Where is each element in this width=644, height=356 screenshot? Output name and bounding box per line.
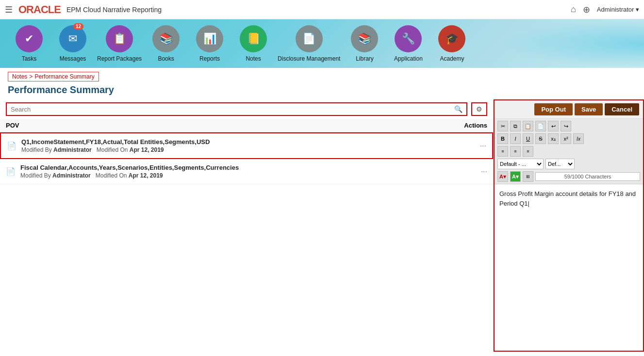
note-row-1[interactable]: 📄 Q1,IncomeStatement,FY18,Actual,Total E… bbox=[0, 132, 493, 159]
nav-item-books[interactable]: 📚 Books bbox=[147, 25, 185, 62]
col-pov: POV bbox=[6, 122, 19, 129]
academy-icon: 🎓 bbox=[438, 25, 465, 52]
library-icon: 📚 bbox=[351, 25, 378, 52]
search-icon[interactable]: 🔍 bbox=[454, 105, 462, 113]
nav-item-messages[interactable]: ✉ 12 Messages bbox=[53, 25, 92, 62]
paste-text-button[interactable]: 📄 bbox=[535, 121, 546, 131]
superscript-button[interactable]: x² bbox=[561, 133, 571, 144]
nav-item-application[interactable]: 🔧 Application bbox=[389, 25, 428, 62]
toolbar-row-1: ✂ ⧉ 📋 📄 ↩ ↪ bbox=[497, 121, 640, 131]
cut-button[interactable]: ✂ bbox=[497, 121, 508, 131]
app-title: EPM Cloud Narrative Reporting bbox=[66, 6, 162, 14]
hamburger-icon[interactable]: ☰ bbox=[5, 4, 13, 15]
nav-label-library: Library bbox=[356, 55, 374, 62]
note-row-2[interactable]: 📄 Fiscal Calendar,Accounts,Years,Scenari… bbox=[0, 159, 493, 184]
strikethrough-button[interactable]: S bbox=[535, 133, 546, 144]
size-select[interactable]: Def... bbox=[545, 159, 575, 169]
main-content: 🔍 ⚙ POV Actions 📄 Q1,IncomeStatement,FY1… bbox=[0, 99, 644, 352]
right-panel: Pop Out Save Cancel ✂ ⧉ 📋 📄 ↩ ↪ B I U S … bbox=[494, 99, 644, 352]
align-center-button[interactable]: ≡ bbox=[510, 146, 521, 157]
note-row-1-actions[interactable]: ··· bbox=[480, 142, 486, 150]
breadcrumb: Notes > Performance Summary bbox=[8, 72, 99, 81]
undo-button[interactable]: ↩ bbox=[548, 121, 559, 131]
nav-label-application: Application bbox=[394, 55, 423, 62]
tasks-icon: ✔ bbox=[16, 25, 43, 52]
editor-content[interactable]: Gross Profit Margin account details for … bbox=[495, 184, 643, 351]
toolbar-row-4: Default - ... Def... bbox=[497, 159, 640, 169]
nav-header: ✔ Tasks ✉ 12 Messages 📋 Report Packages … bbox=[0, 19, 644, 68]
note-row-2-title: Fiscal Calendar,Accounts,Years,Scenarios… bbox=[20, 164, 476, 171]
table-button[interactable]: ⊞ bbox=[523, 171, 533, 182]
paste-button[interactable]: 📋 bbox=[523, 121, 533, 131]
nav-item-disclosure[interactable]: 📄 Disclosure Management bbox=[278, 25, 340, 62]
breadcrumb-current: Performance Summary bbox=[34, 73, 94, 80]
report-packages-icon: 📋 bbox=[106, 25, 133, 52]
note-row-1-meta: Modified By Administrator Modified On Ap… bbox=[21, 146, 475, 153]
top-bar-right: ⌂ ⊕ Administrator ▾ bbox=[571, 4, 639, 15]
style-select[interactable]: Default - ... bbox=[497, 159, 544, 169]
bold-button[interactable]: B bbox=[497, 133, 508, 144]
italic-button[interactable]: I bbox=[510, 133, 521, 144]
breadcrumb-notes[interactable]: Notes bbox=[12, 73, 27, 80]
left-panel: 🔍 ⚙ POV Actions 📄 Q1,IncomeStatement,FY1… bbox=[0, 99, 494, 352]
nav-label-academy: Academy bbox=[440, 55, 464, 62]
page-title: Performance Summary bbox=[0, 81, 644, 99]
toolbar-row-3: ≡ ≡ ≡ bbox=[497, 146, 640, 157]
home-icon[interactable]: ⌂ bbox=[571, 4, 576, 15]
note-row-2-actions[interactable]: ··· bbox=[481, 167, 487, 176]
messages-icon: ✉ 12 bbox=[59, 25, 86, 52]
breadcrumb-separator: > bbox=[29, 73, 33, 80]
nav-label-tasks: Tasks bbox=[22, 55, 37, 62]
nav-label-notes: Notes bbox=[246, 55, 261, 62]
popout-button[interactable]: Pop Out bbox=[534, 103, 573, 115]
notes-icon: 📒 bbox=[240, 25, 267, 52]
nav-label-disclosure: Disclosure Management bbox=[278, 55, 340, 62]
remove-format-button[interactable]: Ix bbox=[573, 133, 584, 144]
nav-label-report-packages: Report Packages bbox=[97, 55, 142, 62]
char-counter: 59/1000 Characters bbox=[535, 172, 640, 181]
nav-item-notes[interactable]: 📒 Notes bbox=[234, 25, 273, 62]
note-row-2-content: Fiscal Calendar,Accounts,Years,Scenarios… bbox=[20, 164, 476, 179]
save-button[interactable]: Save bbox=[575, 103, 603, 115]
nav-label-books: Books bbox=[158, 55, 174, 62]
admin-menu[interactable]: Administrator ▾ bbox=[597, 6, 639, 13]
pov-header: POV Actions bbox=[0, 119, 493, 132]
search-input-wrapper: 🔍 bbox=[6, 102, 467, 116]
disclosure-icon: 📄 bbox=[296, 25, 323, 52]
oracle-logo: ORACLE bbox=[18, 3, 61, 16]
toolbar-row-2: B I U S x₂ x² Ix bbox=[497, 133, 640, 144]
note-row-2-icon: 📄 bbox=[6, 167, 16, 176]
note-row-1-title: Q1,IncomeStatement,FY18,Actual,Total Ent… bbox=[21, 138, 475, 146]
application-icon: 🔧 bbox=[395, 25, 422, 52]
bg-color-button[interactable]: A▾ bbox=[510, 171, 521, 182]
editor-text: Gross Profit Margin account details for … bbox=[499, 190, 636, 207]
breadcrumb-area: Notes > Performance Summary bbox=[0, 68, 644, 81]
align-right-button[interactable]: ≡ bbox=[523, 146, 533, 157]
copy-button[interactable]: ⧉ bbox=[510, 121, 521, 131]
col-actions: Actions bbox=[464, 122, 487, 129]
settings-button[interactable]: ⚙ bbox=[471, 102, 487, 116]
search-bar: 🔍 ⚙ bbox=[0, 99, 493, 119]
editor-toolbar: ✂ ⧉ 📋 📄 ↩ ↪ B I U S x₂ x² Ix ≡ ≡ ≡ bbox=[495, 119, 643, 184]
nav-item-tasks[interactable]: ✔ Tasks bbox=[10, 25, 49, 62]
help-icon[interactable]: ⊕ bbox=[583, 4, 590, 15]
note-row-2-meta: Modified By Administrator Modified On Ap… bbox=[20, 172, 476, 179]
cancel-button[interactable]: Cancel bbox=[605, 103, 639, 115]
font-color-button[interactable]: A▾ bbox=[497, 171, 508, 182]
note-row-1-icon: 📄 bbox=[7, 141, 17, 150]
nav-item-academy[interactable]: 🎓 Academy bbox=[432, 25, 471, 62]
search-input[interactable] bbox=[11, 106, 454, 113]
nav-item-reports[interactable]: 📊 Reports bbox=[190, 25, 229, 62]
redo-button[interactable]: ↪ bbox=[561, 121, 571, 131]
subscript-button[interactable]: x₂ bbox=[548, 133, 559, 144]
nav-label-messages: Messages bbox=[60, 55, 86, 62]
nav-item-library[interactable]: 📚 Library bbox=[345, 25, 384, 62]
note-row-1-content: Q1,IncomeStatement,FY18,Actual,Total Ent… bbox=[21, 138, 475, 153]
nav-item-report-packages[interactable]: 📋 Report Packages bbox=[97, 25, 142, 62]
align-left-button[interactable]: ≡ bbox=[497, 146, 508, 157]
books-icon: 📚 bbox=[152, 25, 180, 52]
right-panel-toolbar: Pop Out Save Cancel bbox=[495, 100, 643, 119]
toolbar-row-5: A▾ A▾ ⊞ 59/1000 Characters bbox=[497, 171, 640, 182]
underline-button[interactable]: U bbox=[523, 133, 533, 144]
top-bar: ☰ ORACLE EPM Cloud Narrative Reporting ⌂… bbox=[0, 0, 644, 19]
